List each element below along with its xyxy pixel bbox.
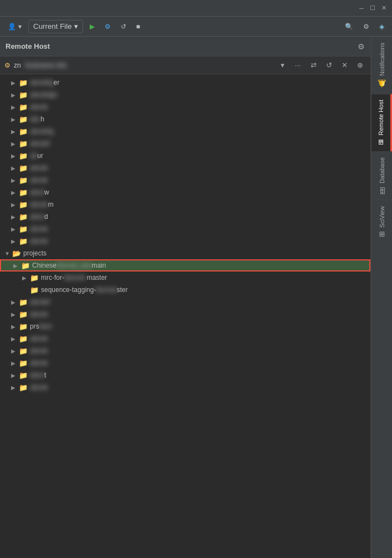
folder-icon-3: 📁	[19, 103, 28, 111]
tree-item-20[interactable]: ▶ 📁 abcde	[0, 357, 370, 369]
remote-host-tab[interactable]: 🖥 Remote Host	[372, 94, 392, 151]
folder-icon-9: 📁	[19, 176, 28, 185]
folder-icon-7: 📁	[19, 152, 28, 160]
gem-button[interactable]: ◈	[376, 20, 388, 33]
folder-icon-21: 📁	[19, 371, 28, 380]
search-button[interactable]: 🔍	[342, 20, 357, 33]
item-label-1: abcdefger	[30, 79, 59, 86]
chinese-main-folder[interactable]: ▶ 📁 Chinese blurred_text main	[0, 259, 370, 272]
collapse-arrow-17: ▶	[11, 324, 19, 330]
mrc-folder-icon: 📁	[30, 274, 39, 282]
collapse-arrow-14: ▶	[11, 238, 19, 244]
folder-icon-6: 📁	[19, 140, 28, 148]
item-label-21: abcdt	[30, 371, 46, 379]
sequence-folder[interactable]: 📁 sequence-tagging-blurredster	[0, 284, 370, 296]
folder-icon-1: 📁	[19, 79, 28, 87]
person-icon: 👤	[8, 23, 16, 30]
folder-icon-15: 📁	[19, 298, 28, 306]
file-tree: ▶ 📁 abcdefger ▶ 📁 abcdefgh ▶ 📁 abcde ▶ 📁…	[0, 74, 370, 558]
collapse-arrow-8: ▶	[11, 165, 19, 171]
tree-item-12[interactable]: ▶ 📁 abcdd	[0, 211, 370, 223]
toolbar: 👤 ▾ Current File ▾ ▶ ⚙ ↺ ■ 🔍 ⚙ ◈	[0, 17, 392, 37]
item-label-8: abcde	[30, 164, 48, 172]
panel-settings-icon[interactable]: ⚙	[358, 42, 365, 51]
folder-icon-12: 📁	[19, 213, 28, 221]
item-label-13: abcde	[30, 225, 48, 233]
search-icon: 🔍	[345, 23, 353, 30]
item-label-3: abcde	[30, 103, 48, 111]
tree-item-14[interactable]: ▶ 📁 abcde	[0, 235, 370, 247]
tree-item-21[interactable]: ▶ 📁 abcdt	[0, 369, 370, 381]
database-icon: 🗄	[378, 187, 386, 194]
tree-item-8[interactable]: ▶ 📁 abcde	[0, 162, 370, 174]
tree-item-5[interactable]: ▶ 📁 abcdefg	[0, 125, 370, 137]
profile-button[interactable]: 👤 ▾	[4, 20, 25, 33]
chinese-folder-icon: 📁	[21, 262, 30, 270]
collapse-arrow-11: ▶	[11, 202, 19, 208]
maximize-button[interactable]: ☐	[369, 4, 376, 12]
collapse-arrow-10: ▶	[11, 190, 19, 196]
connection-close-icon[interactable]: ✕	[338, 59, 350, 71]
profile-dropdown-arrow: ▾	[18, 23, 22, 30]
collapse-arrow-13: ▶	[11, 226, 19, 232]
tree-item-7[interactable]: ▶ 📁 abur	[0, 150, 370, 162]
item-label-5: abcdefg	[30, 127, 54, 135]
collapse-arrow-6: ▶	[11, 141, 19, 147]
tree-item-1[interactable]: ▶ 📁 abcdefger	[0, 76, 370, 89]
item-label-2: abcdefgh	[30, 91, 57, 99]
settings-button[interactable]: ⚙	[360, 20, 373, 33]
item-label-10: abcdw	[30, 188, 49, 196]
tree-item-17[interactable]: ▶ 📁 prsblurr	[0, 320, 370, 332]
item-label-7: abur	[30, 152, 43, 160]
tree-item-10[interactable]: ▶ 📁 abcdw	[0, 186, 370, 198]
collapse-arrow-16: ▶	[11, 311, 19, 318]
run-config-button[interactable]: Current File ▾	[28, 20, 83, 33]
item-label-11: abcdem	[30, 201, 54, 208]
tree-item-16[interactable]: ▶ 📁 abcde	[0, 308, 370, 320]
item-label-12: abcdd	[30, 213, 48, 221]
sciview-label: SciView	[379, 207, 385, 228]
projects-expand-arrow: ▼	[4, 250, 12, 257]
tree-item-22[interactable]: ▶ 📁 abcde	[0, 381, 370, 393]
projects-folder[interactable]: ▼ 📂 projects	[0, 247, 370, 259]
notifications-label: Notifications	[379, 43, 385, 76]
tree-item-19[interactable]: ▶ 📁 abcde	[0, 345, 370, 357]
connection-dropdown[interactable]: ▾	[276, 59, 288, 71]
close-button[interactable]: ✕	[380, 4, 388, 12]
tree-item-13[interactable]: ▶ 📁 abcde	[0, 223, 370, 235]
tree-item-18[interactable]: ▶ 📁 abcde	[0, 332, 370, 345]
collapse-arrow-4: ▶	[11, 116, 19, 122]
stop-button[interactable]: ■	[133, 20, 143, 33]
item-label-17: prsblurr	[30, 322, 53, 330]
connection-config-icon[interactable]: ⇄	[307, 59, 319, 71]
collapse-arrow-7: ▶	[11, 153, 19, 159]
reload-button[interactable]: ↺	[117, 20, 130, 33]
minimize-button[interactable]: ─	[358, 4, 365, 12]
item-label-18: abcde	[30, 335, 48, 342]
title-bar: ─ ☐ ✕	[0, 0, 392, 17]
tree-item-11[interactable]: ▶ 📁 abcdem	[0, 198, 370, 211]
connection-more[interactable]: ···	[292, 59, 304, 71]
build-button[interactable]: ⚙	[101, 20, 114, 33]
folder-icon-18: 📁	[19, 335, 28, 343]
tree-item-15[interactable]: ▶ 📁 abcdef	[0, 296, 370, 308]
collapse-arrow-5: ▶	[11, 129, 19, 135]
item-label-20: abcde	[30, 359, 48, 367]
panel-header: Remote Host ⚙	[0, 37, 370, 57]
main-layout: Remote Host ⚙ ⚙ zn hostname info ▾ ··· ⇄…	[0, 37, 392, 558]
tree-item-2[interactable]: ▶ 📁 abcdefgh	[0, 89, 370, 101]
tree-item-9[interactable]: ▶ 📁 abcde	[0, 174, 370, 186]
connection-browse-icon[interactable]: ⊕	[354, 59, 366, 71]
tree-item-3[interactable]: ▶ 📁 abcde	[0, 101, 370, 113]
tree-item-6[interactable]: ▶ 📁 abcdef	[0, 137, 370, 150]
sciview-tab[interactable]: ⊞ SciView	[372, 199, 392, 244]
connection-label: zn hostname info	[14, 62, 273, 69]
mrc-folder[interactable]: ▶ 📁 mrc-for-blurred master	[0, 272, 370, 284]
tree-item-4[interactable]: ▶ 📁 abch	[0, 113, 370, 125]
notifications-tab[interactable]: 🔔 Notifications	[372, 37, 392, 94]
folder-icon-20: 📁	[19, 359, 28, 367]
run-button[interactable]: ▶	[86, 20, 98, 33]
database-tab[interactable]: 🗄 Database	[372, 151, 392, 199]
connection-refresh-icon[interactable]: ↺	[323, 59, 335, 71]
server-icon: ⚙	[4, 62, 11, 69]
